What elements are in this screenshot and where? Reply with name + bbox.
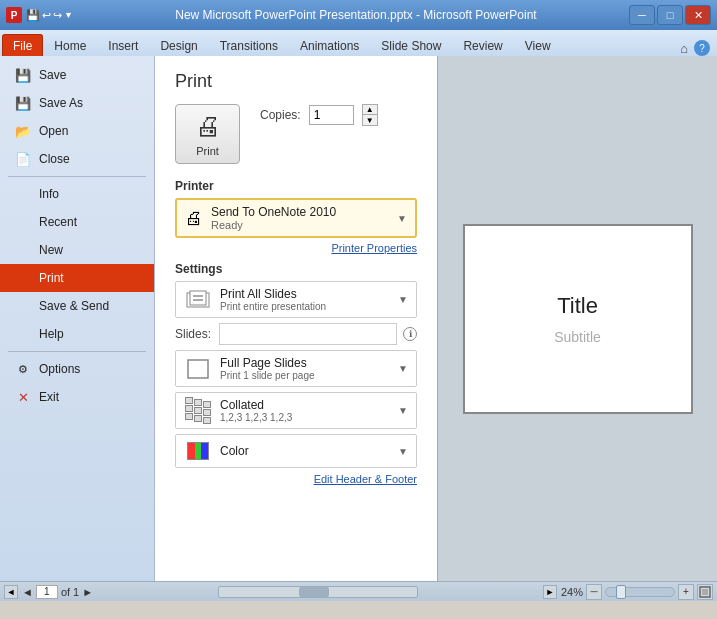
sidebar-item-save-as[interactable]: 💾 Save As bbox=[0, 89, 154, 117]
sidebar-item-help[interactable]: Help bbox=[0, 320, 154, 348]
copies-label: Copies: bbox=[260, 108, 301, 122]
print-all-icon bbox=[184, 289, 212, 311]
printer-selector[interactable]: 🖨 Send To OneNote 2010 Ready ▼ bbox=[175, 198, 417, 238]
horizontal-scrollbar[interactable] bbox=[218, 586, 418, 598]
svg-rect-4 bbox=[188, 360, 208, 378]
redo-icon[interactable]: ↪ bbox=[53, 9, 62, 22]
settings-section-header: Settings bbox=[175, 262, 417, 276]
status-left: ◄ bbox=[4, 585, 18, 599]
color-label: Color bbox=[220, 444, 390, 458]
copies-input[interactable]: 1 bbox=[309, 105, 354, 125]
collated-dropdown-arrow: ▼ bbox=[398, 405, 408, 416]
slides-row: Slides: ℹ bbox=[175, 323, 417, 345]
close-button[interactable]: ✕ bbox=[685, 5, 711, 25]
color-dropdown-arrow: ▼ bbox=[398, 446, 408, 457]
full-page-sub: Print 1 slide per page bbox=[220, 370, 390, 381]
save-icon: 💾 bbox=[15, 67, 31, 83]
print-button[interactable]: 🖨 Print bbox=[175, 104, 240, 164]
window-controls: ─ □ ✕ bbox=[629, 5, 711, 25]
sidebar-item-help-label: Help bbox=[39, 327, 64, 341]
copies-area: Copies: 1 ▲ ▼ bbox=[260, 104, 378, 126]
scroll-left-button[interactable]: ◄ bbox=[4, 585, 18, 599]
sidebar-item-print[interactable]: Print bbox=[0, 264, 154, 292]
help-icon[interactable]: ? bbox=[694, 40, 710, 56]
tab-home[interactable]: Home bbox=[43, 34, 97, 56]
scroll-right-button[interactable]: ► bbox=[543, 585, 557, 599]
printer-device-icon: 🖨 bbox=[185, 208, 203, 229]
copies-down[interactable]: ▼ bbox=[363, 115, 377, 125]
tab-animations[interactable]: Animations bbox=[289, 34, 370, 56]
nav-next-button[interactable]: ► bbox=[82, 586, 93, 598]
tab-design[interactable]: Design bbox=[149, 34, 208, 56]
tab-insert[interactable]: Insert bbox=[97, 34, 149, 56]
sidebar-item-close-label: Close bbox=[39, 152, 70, 166]
ribbon-tabs: File Home Insert Design Transitions Anim… bbox=[0, 30, 717, 56]
quick-save-icon[interactable]: 💾 bbox=[26, 9, 40, 22]
collated-dropdown[interactable]: Collated 1,2,3 1,2,3 1,2,3 ▼ bbox=[175, 392, 417, 429]
print-sidebar-icon bbox=[15, 270, 31, 286]
full-page-slides-dropdown[interactable]: Full Page Slides Print 1 slide per page … bbox=[175, 350, 417, 387]
tab-slideshow[interactable]: Slide Show bbox=[370, 34, 452, 56]
sidebar-item-options[interactable]: ⚙ Options bbox=[0, 355, 154, 383]
page-number-box[interactable]: 1 bbox=[36, 585, 58, 599]
exit-icon: ✕ bbox=[15, 389, 31, 405]
sidebar-item-save-send-label: Save & Send bbox=[39, 299, 109, 313]
svg-rect-6 bbox=[702, 589, 708, 595]
slide-title: Title bbox=[557, 293, 598, 319]
slides-input[interactable] bbox=[219, 323, 397, 345]
collated-text: Collated 1,2,3 1,2,3 1,2,3 bbox=[220, 398, 390, 423]
copies-up[interactable]: ▲ bbox=[363, 105, 377, 115]
slides-label: Slides: bbox=[175, 327, 213, 341]
tab-view[interactable]: View bbox=[514, 34, 562, 56]
maximize-button[interactable]: □ bbox=[657, 5, 683, 25]
slides-info-icon[interactable]: ℹ bbox=[403, 327, 417, 341]
zoom-slider[interactable] bbox=[605, 587, 675, 597]
fit-to-window-button[interactable] bbox=[697, 584, 713, 600]
edit-header-footer-link[interactable]: Edit Header & Footer bbox=[175, 473, 417, 485]
new-icon bbox=[15, 242, 31, 258]
full-page-slides-text: Full Page Slides Print 1 slide per page bbox=[220, 356, 390, 381]
fit-icon bbox=[699, 586, 711, 598]
print-all-slides-label: Print All Slides bbox=[220, 287, 390, 301]
app-body: 💾 Save 💾 Save As 📂 Open 📄 Close Info bbox=[0, 56, 717, 581]
sidebar-item-new[interactable]: New bbox=[0, 236, 154, 264]
page-of-text: of 1 bbox=[61, 586, 79, 598]
undo-icon[interactable]: ↩ bbox=[42, 9, 51, 22]
print-top-section: 🖨 Print Copies: 1 ▲ ▼ bbox=[175, 104, 417, 164]
status-bar: ◄ ◄ 1 of 1 ► ► 24% ─ + bbox=[0, 581, 717, 601]
close-file-icon: 📄 bbox=[15, 151, 31, 167]
sidebar-item-exit[interactable]: ✕ Exit bbox=[0, 383, 154, 411]
main-row: 💾 Save 💾 Save As 📂 Open 📄 Close Info bbox=[0, 56, 717, 581]
minimize-button[interactable]: ─ bbox=[629, 5, 655, 25]
zoom-in-button[interactable]: + bbox=[678, 584, 694, 600]
sidebar-item-open[interactable]: 📂 Open bbox=[0, 117, 154, 145]
sidebar-item-exit-label: Exit bbox=[39, 390, 59, 404]
quick-access-dropdown[interactable]: ▼ bbox=[64, 10, 73, 20]
sidebar-item-recent[interactable]: Recent bbox=[0, 208, 154, 236]
nav-prev-button[interactable]: ◄ bbox=[22, 586, 33, 598]
printer-section-header: Printer bbox=[175, 179, 417, 193]
home-icon[interactable]: ⌂ bbox=[680, 41, 688, 56]
printer-dropdown-arrow: ▼ bbox=[397, 213, 407, 224]
sidebar-item-save[interactable]: 💾 Save bbox=[0, 61, 154, 89]
tab-transitions[interactable]: Transitions bbox=[209, 34, 289, 56]
sidebar-item-save-send[interactable]: Save & Send bbox=[0, 292, 154, 320]
sidebar-divider-2 bbox=[8, 351, 146, 352]
sidebar-item-close[interactable]: 📄 Close bbox=[0, 145, 154, 173]
tab-review[interactable]: Review bbox=[452, 34, 513, 56]
copies-spinner[interactable]: ▲ ▼ bbox=[362, 104, 378, 126]
print-all-slides-text: Print All Slides Print entire presentati… bbox=[220, 287, 390, 312]
printer-properties-link[interactable]: Printer Properties bbox=[175, 242, 417, 254]
sidebar-item-info[interactable]: Info bbox=[0, 180, 154, 208]
tab-file[interactable]: File bbox=[2, 34, 43, 56]
color-dropdown[interactable]: Color ▼ bbox=[175, 434, 417, 468]
sidebar-divider-1 bbox=[8, 176, 146, 177]
copies-value: 1 bbox=[314, 108, 321, 122]
print-all-slides-sub: Print entire presentation bbox=[220, 301, 390, 312]
copies-row: Copies: 1 ▲ ▼ bbox=[260, 104, 378, 126]
zoom-out-button[interactable]: ─ bbox=[586, 584, 602, 600]
sidebar-item-save-label: Save bbox=[39, 68, 66, 82]
page-number: 1 bbox=[44, 586, 50, 597]
print-all-slides-dropdown[interactable]: Print All Slides Print entire presentati… bbox=[175, 281, 417, 318]
sidebar-item-save-as-label: Save As bbox=[39, 96, 83, 110]
